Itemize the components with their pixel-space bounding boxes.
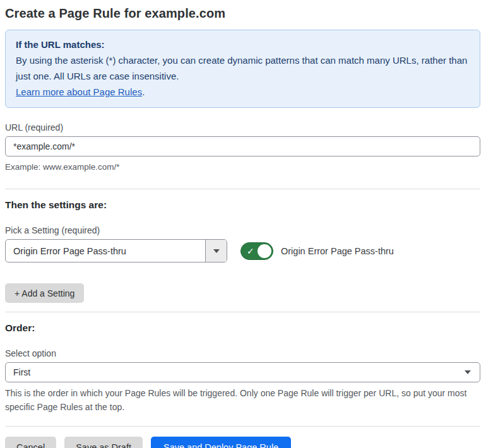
- url-field-label: URL (required): [5, 122, 480, 133]
- setting-dropdown-value: Origin Error Page Pass-thru: [6, 240, 205, 262]
- url-helper-text: Example: www.example.com/*: [5, 160, 480, 174]
- setting-dropdown-button[interactable]: [205, 240, 227, 262]
- save-as-draft-button[interactable]: Save as Draft: [64, 437, 143, 448]
- cancel-button[interactable]: Cancel: [5, 437, 56, 448]
- setting-dropdown[interactable]: Origin Error Page Pass-thru: [5, 239, 227, 262]
- info-box-body: By using the asterisk (*) character, you…: [16, 52, 470, 84]
- check-icon: ✓: [247, 245, 254, 257]
- save-and-deploy-button[interactable]: Save and Deploy Page Rule: [151, 437, 291, 448]
- info-box-heading: If the URL matches:: [16, 37, 470, 52]
- toggle-knob: [258, 244, 271, 258]
- order-select[interactable]: First: [5, 362, 480, 382]
- add-setting-button[interactable]: + Add a Setting: [5, 283, 84, 303]
- divider: [5, 426, 480, 427]
- page-title: Create a Page Rule for example.com: [5, 6, 480, 21]
- chevron-down-icon: [465, 370, 471, 374]
- settings-section-heading: Then the settings are:: [5, 199, 480, 211]
- order-select-value: First: [13, 367, 30, 377]
- setting-row: Origin Error Page Pass-thru ✓ Origin Err…: [5, 239, 480, 262]
- url-input[interactable]: [5, 136, 480, 156]
- order-select-label: Select option: [5, 348, 480, 358]
- order-section-heading: Order:: [5, 322, 480, 334]
- learn-more-link[interactable]: Learn more about Page Rules: [16, 86, 142, 97]
- divider: [5, 312, 480, 312]
- url-match-info-box: If the URL matches: By using the asteris…: [5, 30, 480, 108]
- divider: [5, 189, 480, 189]
- info-box-link-line: Learn more about Page Rules.: [16, 84, 470, 100]
- link-suffix: .: [142, 86, 145, 97]
- chevron-down-icon: [213, 249, 220, 253]
- setting-toggle-label: Origin Error Page Pass-thru: [281, 246, 394, 256]
- pick-setting-label: Pick a Setting (required): [5, 225, 480, 235]
- setting-toggle[interactable]: ✓: [240, 242, 273, 260]
- footer-actions: Cancel Save as Draft Save and Deploy Pag…: [5, 437, 480, 448]
- order-helper-text: This is the order in which your Page Rul…: [5, 386, 480, 414]
